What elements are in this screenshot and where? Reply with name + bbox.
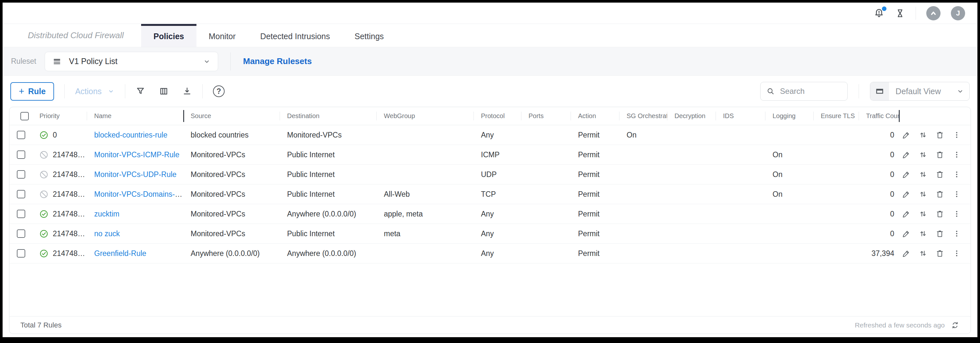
column-header-ensure-tls[interactable]: Ensure TLS xyxy=(813,107,859,125)
column-header-source[interactable]: Source xyxy=(183,107,280,125)
list-icon xyxy=(52,57,62,66)
more-options-kebab-icon[interactable] xyxy=(953,249,961,257)
tab-detected-intrusions[interactable]: Detected Intrusions xyxy=(248,24,342,47)
cell-traffic-count: 0 xyxy=(859,229,899,238)
column-header-ports[interactable]: Ports xyxy=(521,107,571,125)
column-header-webgroup[interactable]: WebGroup xyxy=(376,107,474,125)
tab-policies[interactable]: Policies xyxy=(141,24,196,47)
check-circle-icon xyxy=(40,249,48,258)
rule-name-link[interactable]: Monitor-VPCs-ICMP-Rule xyxy=(94,151,179,159)
more-options-kebab-icon[interactable] xyxy=(953,151,961,159)
rule-name-link[interactable]: Monitor-VPCs-UDP-Rule xyxy=(94,170,177,179)
tab-settings[interactable]: Settings xyxy=(342,24,396,47)
notifications-bell-icon[interactable] xyxy=(873,8,885,19)
reorder-rule-icon[interactable] xyxy=(919,249,927,257)
row-actions-cell xyxy=(899,210,970,218)
download-icon[interactable] xyxy=(182,86,192,96)
row-select-cell xyxy=(10,190,32,198)
delete-trash-icon[interactable] xyxy=(935,131,944,139)
column-header-protocol[interactable]: Protocol xyxy=(474,107,521,125)
column-header-sg-orchestration[interactable]: SG Orchestration xyxy=(619,107,667,125)
column-header-action[interactable]: Action xyxy=(571,107,619,125)
reorder-rule-icon[interactable] xyxy=(919,210,927,218)
edit-pencil-icon[interactable] xyxy=(902,190,910,198)
column-header-destination[interactable]: Destination xyxy=(280,107,376,125)
row-checkbox[interactable] xyxy=(17,210,25,218)
reorder-rule-icon[interactable] xyxy=(919,170,927,179)
reorder-rule-icon[interactable] xyxy=(919,229,927,238)
actions-dropdown[interactable]: Actions xyxy=(75,87,115,96)
reorder-rule-icon[interactable] xyxy=(919,131,927,139)
toolbar-divider xyxy=(64,84,65,98)
cell-name: Greenfield-Rule xyxy=(87,249,183,258)
more-options-kebab-icon[interactable] xyxy=(953,131,961,139)
filter-funnel-icon[interactable] xyxy=(135,86,145,96)
cell-traffic-count: 0 xyxy=(859,190,899,198)
priority-value: 214748… xyxy=(53,190,85,198)
rule-name-link[interactable]: Monitor-VPCs-Domains-Rule xyxy=(94,190,183,198)
row-checkbox[interactable] xyxy=(17,249,25,257)
tab-monitor[interactable]: Monitor xyxy=(196,24,248,47)
row-checkbox[interactable] xyxy=(17,190,25,198)
reorder-rule-icon[interactable] xyxy=(919,190,927,198)
delete-trash-icon[interactable] xyxy=(935,190,944,198)
table-header-row: PriorityNameSourceDestinationWebGroupPro… xyxy=(10,107,970,125)
table-row: 214748… Monitor-VPCs-ICMP-RuleMonitored-… xyxy=(10,145,970,165)
cell-source: Anywhere (0.0.0.0/0) xyxy=(183,249,280,258)
manage-rulesets-link[interactable]: Manage Rulesets xyxy=(243,56,312,66)
more-options-kebab-icon[interactable] xyxy=(953,170,961,179)
cell-source: Monitored-VPCs xyxy=(183,170,280,179)
cell-action: Permit xyxy=(571,229,619,238)
edit-pencil-icon[interactable] xyxy=(902,229,910,238)
column-header-row-actions xyxy=(899,107,970,125)
row-checkbox[interactable] xyxy=(17,151,25,159)
cell-logging: On xyxy=(765,151,813,159)
delete-trash-icon[interactable] xyxy=(935,170,944,179)
edit-pencil-icon[interactable] xyxy=(902,170,910,179)
rule-name-link[interactable]: no zuck xyxy=(94,229,120,238)
column-header-name[interactable]: Name xyxy=(87,107,183,125)
delete-trash-icon[interactable] xyxy=(935,151,944,159)
columns-icon[interactable] xyxy=(159,86,169,96)
refresh-icon[interactable] xyxy=(951,321,959,330)
column-header-ids[interactable]: IDS xyxy=(716,107,765,125)
column-header-logging[interactable]: Logging xyxy=(765,107,813,125)
row-checkbox[interactable] xyxy=(17,170,25,179)
edit-pencil-icon[interactable] xyxy=(902,151,910,159)
user-avatar[interactable]: J xyxy=(951,6,965,21)
no-entry-icon xyxy=(40,190,48,198)
ruleset-select[interactable]: V1 Policy List xyxy=(45,52,218,71)
delete-trash-icon[interactable] xyxy=(935,229,944,238)
more-options-kebab-icon[interactable] xyxy=(953,229,961,238)
rule-name-link[interactable]: blocked-countries-rule xyxy=(94,131,167,139)
select-all-checkbox[interactable] xyxy=(21,112,29,121)
aviatrix-logo-icon[interactable] xyxy=(926,6,940,21)
delete-trash-icon[interactable] xyxy=(935,249,944,257)
delete-trash-icon[interactable] xyxy=(935,210,944,218)
search-input[interactable] xyxy=(780,86,842,96)
row-checkbox[interactable] xyxy=(17,229,25,238)
view-selector[interactable]: Default View xyxy=(870,82,970,101)
table-row: 214748… zucktimMonitored-VPCsAnywhere (0… xyxy=(10,204,970,224)
cell-traffic-count: 0 xyxy=(859,210,899,218)
add-rule-button[interactable]: + Rule xyxy=(10,82,54,101)
tab-bar: Distributed Cloud Firewall Policies Moni… xyxy=(3,24,977,47)
help-icon[interactable]: ? xyxy=(213,86,224,97)
more-options-kebab-icon[interactable] xyxy=(953,210,961,218)
priority-value: 214748… xyxy=(53,249,85,258)
column-header-priority[interactable]: Priority xyxy=(32,107,87,125)
reorder-rule-icon[interactable] xyxy=(919,151,927,159)
row-checkbox[interactable] xyxy=(17,131,25,139)
hourglass-icon[interactable] xyxy=(895,8,905,19)
column-header-decryption[interactable]: Decryption xyxy=(667,107,716,125)
cell-priority: 214748… xyxy=(32,210,87,218)
edit-pencil-icon[interactable] xyxy=(902,131,910,139)
rule-name-link[interactable]: Greenfield-Rule xyxy=(94,249,146,257)
cell-name: Monitor-VPCs-Domains-Rule xyxy=(87,190,183,198)
edit-pencil-icon[interactable] xyxy=(902,249,910,257)
more-options-kebab-icon[interactable] xyxy=(953,190,961,198)
column-header-traffic-count[interactable]: Traffic Count xyxy=(859,107,899,125)
chevron-down-icon xyxy=(203,57,211,65)
rule-name-link[interactable]: zucktim xyxy=(94,210,119,218)
edit-pencil-icon[interactable] xyxy=(902,210,910,218)
